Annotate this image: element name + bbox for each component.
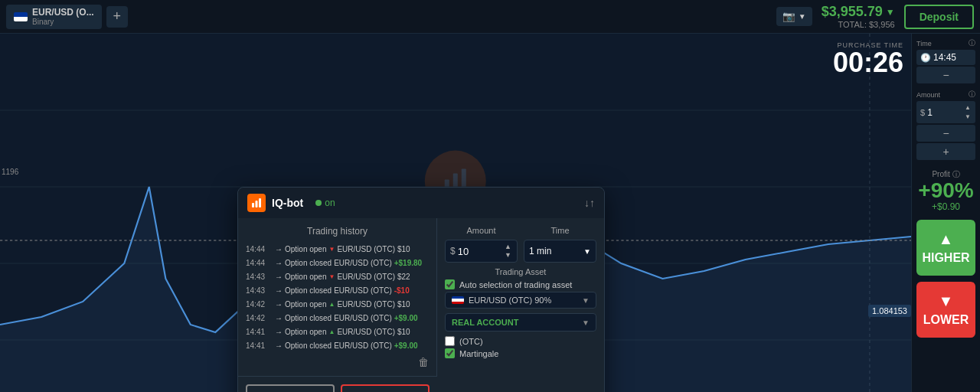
otc-checkbox[interactable] [445, 336, 455, 346]
time-row: 🕐 14:45 [916, 50, 975, 65]
iqbot-dialog: IQ-bot on ↓↑ Trading history [237, 187, 605, 392]
martingale-checkbox[interactable] [445, 348, 455, 358]
asset-sub: Binary [32, 18, 94, 26]
otc-row: (OTC) [445, 336, 596, 346]
account-caret: ▼ [582, 318, 590, 327]
lower-label: LOWER [923, 313, 969, 327]
checkboxes-section: (OTC) Martingale [445, 336, 596, 358]
history-item-4: 14:43 → Option closed EUR/USD (OTC) -$10 [246, 284, 429, 298]
amount-up-btn[interactable]: ▲ [964, 103, 972, 113]
balance-total: TOTAL: $3,956 [838, 20, 894, 29]
iqbot-body: Trading history 14:44 → Option open ▼ EU… [238, 218, 604, 392]
asset-flag [14, 12, 28, 21]
config-headers: Amount Time [445, 226, 596, 235]
config-inputs: $ ▲ ▼ 1 min ▼ [445, 240, 596, 263]
amount-down-btn[interactable]: ▼ [964, 113, 972, 122]
auto-select-row: Auto selection of trading asset [445, 279, 596, 289]
purchase-time-overlay: PURCHASE TIME 00:26 [833, 41, 903, 77]
history-item-7: 14:41 → Option open ▲ EUR/USD (OTC) $10 [246, 325, 429, 339]
amount-up-button[interactable]: ▲ [504, 243, 512, 251]
main-area: iq option 1.084153 PURCHASE TIME [0, 34, 980, 392]
svg-rect-12 [259, 198, 261, 207]
lower-arrow-icon: ▼ [939, 292, 954, 310]
trash-icon[interactable]: 🗑 [418, 356, 429, 368]
amount-row: $ 1 ▲ ▼ [916, 101, 975, 123]
balance-block[interactable]: $3,955.79 ▼ TOTAL: $3,956 [822, 4, 895, 29]
time-select[interactable]: 1 min ▼ [524, 240, 596, 263]
balance-value: $3,955.79 [822, 4, 883, 20]
history-item-1: 14:44 → Option open ▼ EUR/USD (OTC) $10 [246, 243, 429, 256]
minimize-icon[interactable]: ↓↑ [584, 197, 595, 209]
time-col-label: Time [524, 226, 596, 235]
amount-input-group: $ ▲ ▼ [445, 240, 518, 263]
chart-area: iq option 1.084153 PURCHASE TIME [0, 34, 911, 392]
svg-rect-10 [252, 203, 254, 207]
add-tab-button[interactable]: + [106, 6, 128, 28]
amount-plus-button[interactable]: + [916, 143, 975, 160]
asset-caret: ▼ [582, 296, 590, 305]
asset-name: EUR/USD (O... [32, 7, 94, 18]
amount-col-label: Amount [445, 226, 518, 235]
balance-caret: ▼ [886, 7, 895, 18]
time-info-icon: ⓘ [969, 38, 975, 48]
iqbot-controls[interactable]: ↓↑ [584, 197, 595, 209]
camera-button[interactable]: 📷 ▼ [776, 7, 812, 26]
profit-pct: +90% [916, 180, 975, 201]
asset-select[interactable]: EUR/USD (OTC) 90% ▼ [445, 292, 596, 309]
iqbot-header: IQ-bot on ↓↑ [238, 188, 604, 218]
config-panel: Amount Time $ ▲ ▼ [437, 218, 604, 392]
start-button[interactable]: START [246, 384, 335, 392]
purchase-time-value: 00:26 [833, 49, 903, 77]
otc-label: (OTC) [459, 337, 483, 346]
asset-label: EUR/USD (OTC) 90% [469, 296, 551, 305]
iqbot-logo [247, 194, 266, 212]
amount-currency-symbol: $ [920, 108, 925, 117]
svg-rect-11 [256, 201, 258, 207]
account-label: REAL ACCOUNT [452, 318, 518, 327]
history-item-2: 14:44 → Option closed EUR/USD (OTC) +$19… [246, 256, 429, 270]
status-dot [315, 200, 322, 206]
account-select[interactable]: REAL ACCOUNT ▼ [445, 313, 596, 332]
topbar: EUR/USD (O... Binary + 📷 ▼ $3,955.79 ▼ T… [0, 0, 980, 34]
time-section: Time ⓘ 🕐 14:45 − [916, 38, 975, 83]
history-item-8: 14:41 → Option closed EUR/USD (OTC) +$9.… [246, 339, 429, 353]
amount-down-button[interactable]: ▼ [504, 251, 512, 260]
time-minus-button[interactable]: − [916, 67, 975, 83]
camera-caret: ▼ [799, 12, 806, 21]
history-title: Trading history [246, 226, 429, 237]
deposit-button[interactable]: Deposit [904, 5, 974, 29]
time-label: Time [916, 40, 932, 47]
clock-icon: 🕐 [920, 53, 931, 63]
status-text: on [325, 198, 335, 208]
left-price: 1196 [2, 168, 18, 176]
stop-button[interactable]: STOP [341, 384, 430, 392]
amount-input[interactable] [458, 246, 485, 257]
amount-stepper: ▲ ▼ [504, 243, 512, 260]
time-value: 1 min [529, 246, 551, 256]
higher-arrow-icon: ▲ [939, 230, 954, 248]
profit-usd: +$0.90 [916, 201, 975, 212]
amount-value: 1 [927, 107, 933, 118]
amount-minus-button[interactable]: − [916, 125, 975, 142]
lower-button[interactable]: ▼ LOWER [916, 282, 975, 338]
amount-label: Amount [916, 91, 940, 99]
higher-button[interactable]: ▲ HIGHER [916, 220, 975, 276]
asset-flag-icon [452, 296, 464, 304]
history-list: 14:44 → Option open ▼ EUR/USD (OTC) $10 … [246, 243, 429, 353]
amount-info-icon: ⓘ [969, 90, 975, 100]
history-item-5: 14:42 → Option open ▲ EUR/USD (OTC) $10 [246, 298, 429, 312]
price-label: 1.084153 [868, 305, 911, 317]
balance-amount: $3,955.79 ▼ [822, 4, 895, 20]
history-item-6: 14:42 → Option closed EUR/USD (OTC) +$9.… [246, 312, 429, 325]
profit-section: Profit ⓘ +90% +$0.90 [916, 169, 975, 212]
martingale-row: Martingale [445, 348, 596, 358]
auto-select-label: Auto selection of trading asset [459, 280, 572, 289]
higher-label: HIGHER [922, 251, 969, 265]
history-panel: Trading history 14:44 → Option open ▼ EU… [238, 218, 437, 376]
history-section: Trading history 14:44 → Option open ▼ EU… [238, 218, 437, 392]
auto-select-checkbox[interactable] [445, 279, 455, 289]
right-panel: Time ⓘ 🕐 14:45 − Amount ⓘ $ 1 ▲ ▼ [911, 34, 980, 392]
time-caret: ▼ [583, 247, 591, 256]
martingale-label: Martingale [459, 349, 498, 358]
asset-tab[interactable]: EUR/USD (O... Binary [6, 5, 102, 29]
